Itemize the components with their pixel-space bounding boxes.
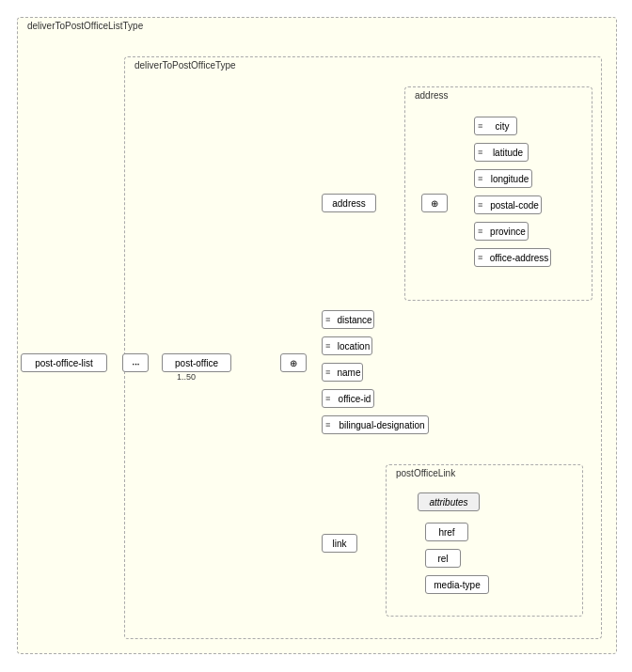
media-type-node: media-type (425, 575, 489, 594)
office-address-node: ≡ office-address (474, 248, 551, 267)
office-id-icon: ≡ (325, 394, 330, 403)
distance-icon: ≡ (325, 315, 330, 324)
location-node: ≡ location (322, 336, 372, 355)
address-connector-box: ⊕ (421, 194, 448, 212)
post-office-link-label: postOfficeLink (394, 468, 457, 478)
address-node: address (322, 194, 376, 212)
link-label: link (332, 539, 346, 549)
address-connector-icon: ⊕ (431, 198, 438, 209)
post-office-list-node: post-office-list (21, 353, 107, 372)
longitude-label: longitude (491, 174, 529, 184)
attributes-node: attributes (418, 492, 480, 511)
link-node: link (322, 534, 357, 553)
province-label: province (490, 227, 526, 237)
postal-code-label: postal-code (490, 200, 539, 211)
post-office-list-label: post-office-list (35, 358, 93, 368)
rel-label: rel (437, 554, 448, 564)
rel-node: rel (425, 549, 461, 568)
address-label: address (332, 198, 366, 209)
longitude-icon: ≡ (478, 174, 482, 183)
longitude-node: ≡ longitude (474, 169, 532, 188)
main-connector-icon: ⊕ (290, 358, 297, 368)
post-office-cardinality: 1..50 (177, 372, 196, 382)
city-node: ≡ city (474, 117, 517, 135)
diagram-container: deliverToPostOfficeListType deliverToPos… (0, 0, 632, 672)
latitude-icon: ≡ (478, 148, 482, 157)
province-node: ≡ province (474, 222, 529, 241)
province-icon: ≡ (478, 227, 482, 236)
address-box-label: address (413, 90, 450, 101)
office-id-node: ≡ office-id (322, 389, 374, 408)
city-icon: ≡ (478, 121, 482, 131)
location-label: location (338, 341, 370, 352)
attributes-label: attributes (429, 497, 467, 508)
bilingual-designation-label: bilingual-designation (339, 420, 424, 430)
latitude-label: latitude (493, 148, 523, 158)
office-id-label: office-id (339, 394, 371, 404)
name-node: ≡ name (322, 363, 363, 382)
ellipsis-label: ··· (132, 356, 139, 370)
post-office-node: post-office (162, 353, 231, 372)
location-icon: ≡ (325, 341, 330, 351)
outer-box-label: deliverToPostOfficeListType (25, 21, 145, 31)
href-node: href (425, 523, 468, 541)
distance-label: distance (337, 315, 371, 325)
ellipsis-connector: ··· (122, 353, 149, 372)
name-label: name (337, 367, 360, 378)
office-address-label: office-address (490, 253, 549, 263)
city-label: city (496, 121, 510, 132)
office-address-icon: ≡ (478, 253, 482, 262)
bilingual-designation-node: ≡ bilingual-designation (322, 415, 429, 434)
middle-box-label: deliverToPostOfficeType (133, 60, 238, 70)
post-office-label: post-office (175, 358, 218, 368)
distance-node: ≡ distance (322, 310, 374, 329)
name-icon: ≡ (325, 367, 330, 377)
media-type-label: media-type (434, 580, 480, 590)
main-connector-box: ⊕ (280, 353, 307, 372)
href-label: href (438, 527, 454, 538)
latitude-node: ≡ latitude (474, 143, 529, 162)
postal-code-icon: ≡ (478, 200, 482, 210)
postal-code-node: ≡ postal-code (474, 195, 542, 214)
bilingual-designation-icon: ≡ (325, 420, 330, 430)
